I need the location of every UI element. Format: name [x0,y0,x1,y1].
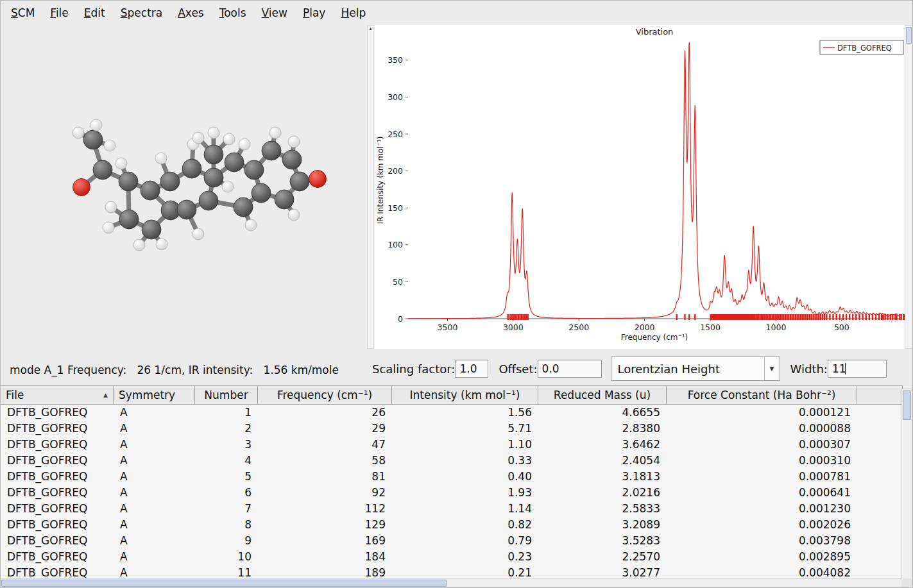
mode-frequency-mark[interactable] [790,314,791,320]
mode-frequency-mark[interactable] [524,314,525,320]
mode-frequency-mark[interactable] [839,314,840,320]
width-input[interactable] [828,360,887,378]
mode-frequency-mark[interactable] [694,314,695,320]
mode-frequency-mark[interactable] [866,314,867,320]
menu-axes[interactable]: Axes [170,2,212,24]
mode-frequency-mark[interactable] [816,314,817,320]
mode-frequency-mark[interactable] [832,314,833,320]
mode-frequency-mark[interactable] [780,314,781,320]
chart-right-scrollbar[interactable] [905,25,913,349]
mode-frequency-mark[interactable] [516,314,517,320]
hydrogen-atom[interactable] [192,228,204,240]
mode-frequency-mark[interactable] [878,314,880,320]
scrollbar-thumb[interactable] [903,391,911,420]
mode-frequency-mark[interactable] [767,314,768,320]
mode-frequency-mark[interactable] [829,314,830,320]
column-header-force-constant[interactable]: Force Constant (Ha Bohr⁻²) [667,386,857,404]
mode-frequency-mark[interactable] [778,314,779,320]
mode-frequency-mark[interactable] [791,314,792,320]
hydrogen-atom[interactable] [223,133,235,145]
mode-frequency-mark[interactable] [882,314,883,320]
mode-frequency-mark[interactable] [820,314,821,320]
mode-frequency-mark[interactable] [769,314,770,320]
oxygen-atom[interactable] [73,179,90,196]
mode-frequency-mark[interactable] [783,314,784,320]
carbon-atom[interactable] [275,190,294,209]
mode-frequency-mark[interactable] [511,314,513,320]
mode-frequency-mark[interactable] [525,314,527,320]
column-header-intensity[interactable]: Intensity (km mol⁻¹) [392,386,538,404]
carbon-atom[interactable] [199,191,218,210]
menu-help[interactable]: Help [333,2,373,24]
mode-frequency-mark[interactable] [807,314,808,320]
mode-frequency-mark[interactable] [892,314,893,320]
mode-frequency-mark[interactable] [747,314,749,320]
mode-frequency-mark[interactable] [814,314,815,320]
carbon-atom[interactable] [204,145,223,164]
carbon-atom[interactable] [234,197,253,217]
mode-frequency-mark[interactable] [803,314,805,320]
column-header-number[interactable]: Number [195,386,258,404]
table-row[interactable]: DFTB_GOFREQA1261.564.66550.000121 [1,405,903,421]
hydrogen-atom[interactable] [103,222,114,233]
mode-frequency-mark[interactable] [749,314,750,320]
carbon-atom[interactable] [93,160,112,180]
carbon-atom[interactable] [262,141,281,160]
hydrogen-atom[interactable] [105,201,117,213]
mode-frequency-mark[interactable] [751,314,753,320]
mode-frequency-mark[interactable] [869,314,870,320]
carbon-atom[interactable] [142,220,161,239]
mode-frequency-mark[interactable] [894,314,896,320]
mode-frequency-mark[interactable] [753,314,754,320]
chart-left-scrollbar[interactable]: ▴ [367,25,374,349]
mode-frequency-mark[interactable] [842,314,844,320]
hydrogen-atom[interactable] [155,153,167,164]
menu-edit[interactable]: Edit [76,2,113,24]
mode-frequency-mark[interactable] [822,314,823,320]
mode-frequency-mark[interactable] [862,314,863,320]
table-row[interactable]: DFTB_GOFREQA3471.103.64620.000307 [1,437,903,453]
carbon-atom[interactable] [160,172,180,191]
hydrogen-atom[interactable] [239,139,250,150]
menu-tools[interactable]: Tools [212,2,254,24]
table-row[interactable]: DFTB_GOFREQA81290.823.20890.002026 [1,517,903,533]
mode-frequency-mark[interactable] [518,314,519,320]
mode-frequency-mark[interactable] [509,314,511,320]
mode-frequency-mark[interactable] [522,314,524,320]
scrollbar-thumb[interactable] [1,580,447,587]
table-row[interactable]: DFTB_GOFREQA5810.403.18130.000781 [1,469,903,485]
menu-file[interactable]: File [42,2,76,24]
mode-frequency-mark[interactable] [811,314,812,320]
carbon-atom[interactable] [119,172,138,191]
carbon-atom[interactable] [252,183,271,203]
mode-frequency-mark[interactable] [772,314,773,320]
molecule-viewer[interactable]: mode A_1 Frequency: 26 1/cm, IR intensit… [2,25,366,384]
hydrogen-atom[interactable] [90,119,102,131]
hydrogen-atom[interactable] [208,127,219,139]
hydrogen-atom[interactable] [288,136,300,147]
scaling-factor-input[interactable] [455,360,488,378]
mode-frequency-mark[interactable] [872,314,873,320]
mode-frequency-mark[interactable] [887,314,888,320]
mode-frequency-mark[interactable] [896,314,897,320]
mode-frequency-mark[interactable] [776,314,778,320]
hydrogen-atom[interactable] [245,219,257,231]
mode-frequency-mark[interactable] [759,314,760,320]
mode-frequency-mark[interactable] [513,314,514,320]
mode-frequency-mark[interactable] [519,314,520,320]
mode-frequency-mark[interactable] [835,314,837,320]
table-row[interactable]: DFTB_GOFREQA101840.232.25700.002895 [1,549,903,565]
scrollbar-thumb[interactable] [906,27,912,44]
mode-frequency-mark[interactable] [507,314,508,320]
column-header-file[interactable]: File▲ [1,386,114,404]
mode-frequency-mark[interactable] [688,314,690,320]
mode-frequency-mark[interactable] [521,314,522,320]
mode-frequency-mark[interactable] [800,314,801,320]
mode-frequency-mark[interactable] [762,314,764,320]
carbon-atom[interactable] [182,159,201,178]
column-header-reduced-mass[interactable]: Reduced Mass (u) [538,386,667,404]
mode-frequency-mark[interactable] [795,314,796,320]
table-row[interactable]: DFTB_GOFREQA71121.142.58330.001230 [1,501,903,517]
mode-frequency-mark[interactable] [758,314,759,320]
table-row[interactable]: DFTB_GOFREQA2295.712.83800.000088 [1,421,903,437]
